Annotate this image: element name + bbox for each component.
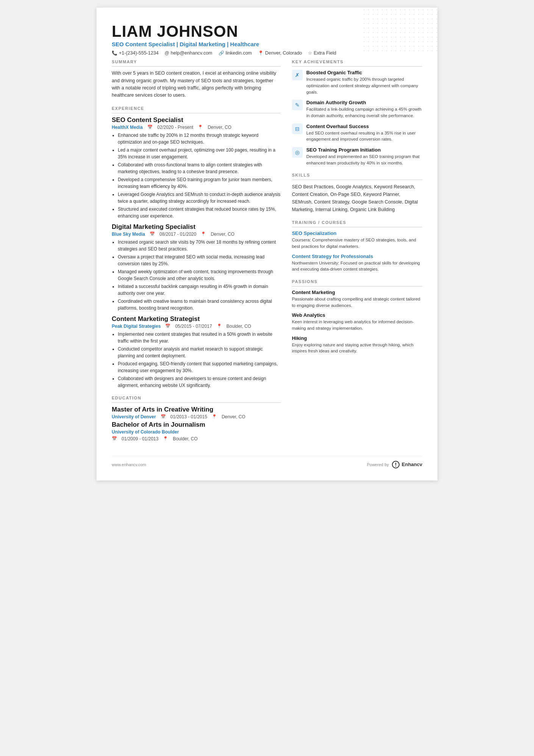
course-2-title: Content Strategy for Professionals (292, 254, 422, 259)
course-2-desc: Northwestern University: Focused on prac… (292, 260, 422, 272)
list-item: Led a major content overhaul project, op… (118, 147, 281, 160)
edu-1-school: University of Denver (112, 414, 156, 419)
edu-2-degree: Bachelor of Arts in Journalism (112, 421, 281, 429)
list-item: Collaborated with designers and develope… (118, 375, 281, 389)
two-col-layout: SUMMARY With over 5 years in SEO content… (112, 59, 422, 448)
education-title: EDUCATION (112, 396, 281, 400)
list-item: Structured and executed content strategi… (118, 206, 281, 219)
pin-icon-2: 📍 (201, 232, 206, 236)
experience-divider (112, 113, 281, 113)
experience-title: EXPERIENCE (112, 106, 281, 111)
job-1-meta: HealthX Media 📅 02/2020 - Present 📍 Denv… (112, 125, 281, 130)
job-2-company: Blue Sky Media (112, 232, 145, 237)
achievements-title: KEY ACHIEVEMENTS (292, 59, 422, 64)
list-item: Conducted competitor analysis and market… (118, 346, 281, 359)
edu-2-meta-2: 📅 01/2009 - 01/2013 📍 Boulder, CO (112, 436, 281, 441)
job-2-title: Digital Marketing Specialist (112, 223, 281, 231)
location-value: Denver, Colorado (265, 50, 302, 56)
achievement-1-desc: Increased organic traffic by 200% throug… (306, 76, 422, 95)
passion-3: Hiking Enjoy exploring nature and stayin… (292, 335, 422, 354)
contact-extra: ☆ Extra Field (308, 50, 336, 56)
list-item: Initiated a successful backlink campaign… (118, 283, 281, 297)
trending-icon: ✗ (295, 72, 300, 78)
edu-1-dates: 01/2013 - 01/2015 (170, 414, 207, 419)
training-title: TRAINING / COURSES (292, 220, 422, 225)
list-item: Developed a comprehensive SEO training p… (118, 176, 281, 190)
list-item: Enhanced site traffic by 200% in 12 mont… (118, 132, 281, 146)
list-item: Produced engaging, SEO-friendly content … (118, 360, 281, 374)
edu-pin-icon-1: 📍 (212, 414, 217, 419)
job-1-title: SEO Content Specialist (112, 116, 281, 124)
right-column: KEY ACHIEVEMENTS ✗ Boosted Organic Traff… (292, 59, 422, 448)
contact-website: 🔗 linkedin.com (219, 50, 252, 56)
email-value: help@enhancv.com (171, 50, 212, 56)
brand-name: Enhancv (402, 462, 422, 467)
passions-section: PASSIONS Content Marketing Passionate ab… (292, 279, 422, 354)
summary-divider (112, 66, 281, 67)
list-item: Coordinated with creative teams to maint… (118, 298, 281, 311)
calendar-icon-3: 📅 (165, 324, 170, 329)
training-icon: ◎ (295, 149, 300, 155)
resume-page: LIAM JOHNSON SEO Content Specialist | Di… (97, 8, 437, 481)
achievement-2-icon-box: ✎ (292, 100, 303, 110)
achievement-1: ✗ Boosted Organic Traffic Increased orga… (292, 70, 422, 95)
passions-divider (292, 286, 422, 286)
achievement-4-icon-box: ◎ (292, 147, 303, 158)
course-1-title: SEO Specialization (292, 230, 422, 236)
achievement-2-desc: Facilitated a link-building campaign ach… (306, 106, 422, 119)
left-column: SUMMARY With over 5 years in SEO content… (112, 59, 281, 448)
enhancv-logo-icon (391, 460, 400, 469)
course-1: SEO Specialization Coursera: Comprehensi… (292, 230, 422, 249)
edu-2-school: University of Colorado Boulder (112, 429, 179, 435)
job-1-company: HealthX Media (112, 125, 143, 130)
passion-2-desc: Keen interest in leveraging web analytic… (292, 319, 422, 331)
job-2-meta: Blue Sky Media 📅 08/2017 - 01/2020 📍 Den… (112, 232, 281, 237)
job-1-bullets: Enhanced site traffic by 200% in 12 mont… (112, 132, 281, 219)
extra-value: Extra Field (314, 50, 336, 56)
job-1: SEO Content Specialist HealthX Media 📅 0… (112, 116, 281, 219)
footer-website: www.enhancv.com (112, 462, 146, 467)
edu-1: Master of Arts in Creative Writing Unive… (112, 406, 281, 419)
job-3-bullets: Implemented new content strategies that … (112, 331, 281, 389)
decorative-dots (362, 8, 437, 53)
edu-1-meta: University of Denver 📅 01/2013 - 01/2015… (112, 414, 281, 419)
job-3-meta: Peak Digital Strategies 📅 05/2015 - 07/2… (112, 324, 281, 329)
job-2-dates: 08/2017 - 01/2020 (159, 232, 196, 237)
website-value: linkedin.com (226, 50, 252, 56)
star-icon: ☆ (308, 50, 312, 56)
achievement-1-icon-box: ✗ (292, 70, 303, 80)
location-icon: 📍 (258, 50, 264, 56)
list-item: Implemented new content strategies that … (118, 331, 281, 344)
achievement-3-desc: Led SEO content overhaul resulting in a … (306, 130, 422, 142)
edu-pin-icon-2: 📍 (163, 436, 168, 441)
passion-1: Content Marketing Passionate about craft… (292, 290, 422, 308)
summary-text: With over 5 years in SEO content creatio… (112, 70, 281, 99)
job-3: Content Marketing Strategist Peak Digita… (112, 315, 281, 389)
job-1-dates: 02/2020 - Present (157, 125, 193, 130)
achievement-1-title: Boosted Organic Traffic (306, 70, 422, 75)
job-2-bullets: Increased organic search site visits by … (112, 239, 281, 311)
phone-value: +1-(234)-555-1234 (119, 50, 159, 56)
achievements-divider (292, 66, 422, 67)
footer-brand: Powered by Enhancv (367, 460, 422, 469)
achievement-4-content: SEO Training Program Initiation Develope… (306, 147, 422, 166)
contact-phone: 📞 +1-(234)-555-1234 (112, 50, 159, 56)
edu-2-dates: 01/2009 - 01/2013 (122, 436, 158, 441)
achievement-4-title: SEO Training Program Initiation (306, 147, 422, 153)
experience-section: EXPERIENCE SEO Content Specialist Health… (112, 106, 281, 389)
passion-3-desc: Enjoy exploring nature and staying activ… (292, 342, 422, 354)
pin-icon-1: 📍 (198, 125, 203, 130)
skills-section: SKILLS SEO Best Practices, Google Analyt… (292, 173, 422, 213)
calendar-icon-2: 📅 (150, 232, 155, 236)
education-section: EDUCATION Master of Arts in Creative Wri… (112, 396, 281, 441)
job-3-location: Boulder, CO (226, 324, 251, 329)
link-icon: 🔗 (219, 50, 224, 56)
pin-icon-3: 📍 (217, 324, 222, 329)
training-divider (292, 227, 422, 227)
education-divider (112, 402, 281, 403)
passion-2: Web Analytics Keen interest in leveragin… (292, 312, 422, 331)
list-item: Increased organic search site visits by … (118, 239, 281, 252)
course-2: Content Strategy for Professionals North… (292, 254, 422, 272)
edu-calendar-icon-2: 📅 (112, 436, 117, 441)
passion-1-title: Content Marketing (292, 290, 422, 295)
